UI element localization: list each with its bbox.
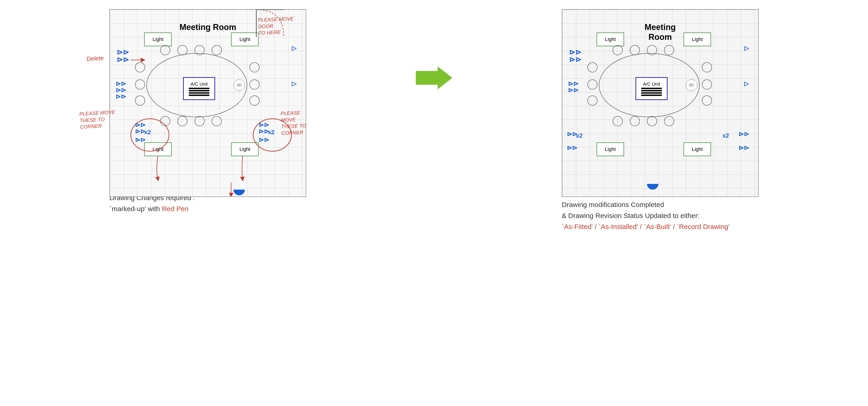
ac-unit: A/C Unit — [183, 77, 215, 100]
right-desc-line1: Drawing modifications Completed — [562, 199, 758, 210]
chair-left-3 — [135, 95, 145, 106]
blue-vent-tr: ▷ — [292, 45, 296, 51]
move-annotation-left: PLEASE MOVETHESE TOCORNER — [79, 109, 116, 130]
right-ac-line-2 — [641, 90, 662, 91]
right-blue-vent-br2: ⊳⊳ — [739, 145, 749, 151]
ac-line-4 — [189, 94, 209, 96]
ac-line-2 — [189, 90, 209, 91]
red-circle-left — [130, 118, 169, 152]
chair-top-4 — [212, 45, 222, 55]
left-desc-prefix: `marked-up' with — [110, 205, 162, 212]
right-light-tl: Light — [597, 32, 624, 46]
right-x2-left: x2 — [576, 132, 583, 139]
ac-line-1 — [189, 88, 209, 89]
right-blue-vent-tr: ▷ — [744, 45, 749, 51]
light-box-tl: Light — [144, 32, 172, 46]
right-chair-top-1 — [613, 45, 623, 55]
right-desc-line3: `As-Fitted' / `As-Installed' / `As-Built… — [562, 221, 758, 232]
right-light-br: Light — [684, 142, 711, 156]
move-door-annotation: PLEASE MOVE DOORTO HERE — [258, 15, 307, 36]
right-ac-line-1 — [641, 88, 662, 89]
blue-vent-tl: ⊳⊳⊳⊳ — [117, 49, 129, 63]
right-blue-vent-tl: ⊳⊳⊳⊳ — [569, 49, 582, 63]
ac-label: A/C Unit — [191, 82, 208, 87]
right-chair-right-2 — [702, 80, 712, 90]
right-ac-line-3 — [641, 92, 662, 94]
right-floor-plan: MeetingRoom Light Light Light Light — [562, 9, 758, 197]
chair-top-2 — [177, 45, 187, 55]
chair-right-1 — [249, 62, 259, 72]
right-blue-vent-ml: ⊳⊳⊳⊳ — [568, 81, 579, 93]
chair-left-2 — [135, 80, 145, 90]
right-chair-bot-3 — [647, 116, 657, 126]
right-chair-left-2 — [587, 80, 597, 90]
right-section: MeetingRoom Light Light Light Light — [466, 9, 855, 232]
light-box-tr: Light — [231, 32, 258, 46]
right-chair-top-2 — [630, 45, 640, 55]
right-blue-vent-mr: ▷ — [744, 81, 749, 87]
right-x2-right: x2 — [722, 132, 729, 139]
main-container: Meeting Room Light Light Light Light — [5, 5, 863, 237]
right-light-tr: Light — [684, 32, 711, 46]
right-chair-right-1 — [702, 62, 712, 72]
chair-bot-2 — [177, 116, 187, 126]
right-room-label: MeetingRoom — [645, 22, 676, 42]
right-ac-unit: A/C Unit — [636, 77, 668, 100]
left-desc-line2: `marked-up' with Red Pen — [110, 203, 306, 214]
right-chair-right-3 — [702, 95, 712, 106]
right-sd-circle: SD — [686, 80, 697, 91]
left-desc-red: Red Pen — [162, 205, 189, 212]
left-section: Meeting Room Light Light Light Light — [14, 9, 402, 214]
delete-annotation: Delete — [86, 55, 104, 62]
right-light-bl: Light — [597, 142, 624, 156]
ac-line-3 — [189, 92, 209, 94]
right-chair-bot-1 — [613, 116, 623, 126]
right-blue-vent-br1: ⊳⊳ — [739, 131, 749, 137]
right-chair-top-4 — [664, 45, 674, 55]
chair-right-3 — [249, 95, 259, 106]
chair-top-3 — [194, 45, 205, 55]
blue-vent-mr: ▷ — [292, 81, 296, 87]
green-arrow — [416, 66, 453, 89]
right-chair-bot-2 — [630, 116, 640, 126]
blue-lamp — [234, 190, 245, 195]
right-ac-line-4 — [641, 94, 662, 96]
left-floor-plan: Meeting Room Light Light Light Light — [110, 9, 306, 197]
chair-bot-3 — [194, 116, 205, 126]
right-chair-left-1 — [587, 62, 597, 72]
chair-top-1 — [160, 45, 170, 55]
right-description: Drawing modifications Completed & Drawin… — [562, 199, 758, 232]
right-blue-lamp — [647, 184, 658, 190]
right-chair-top-3 — [647, 45, 657, 55]
arrow-section — [416, 9, 453, 89]
move-annotation-right: PLEASE MOVETHESE TO CORNER — [281, 110, 307, 137]
chair-left-1 — [135, 62, 145, 72]
right-ac-label: A/C Unit — [643, 82, 660, 87]
right-blue-vent-bl2: ⊳⊳ — [567, 145, 577, 151]
sd-circle: SD — [234, 80, 245, 91]
right-chair-bot-4 — [664, 116, 674, 126]
chair-right-2 — [249, 80, 259, 90]
left-room-label: Meeting Room — [179, 22, 236, 32]
right-chair-left-3 — [587, 95, 597, 106]
right-desc-line2: & Drawing Revision Status Updated to eit… — [562, 210, 758, 221]
chair-bot-4 — [212, 116, 222, 126]
right-ac-lines — [641, 88, 662, 96]
ac-lines — [189, 88, 209, 96]
blue-vent-ml: ⊳⊳⊳⊳⊳⊳ — [116, 81, 126, 100]
light-box-br: Light — [231, 142, 258, 156]
